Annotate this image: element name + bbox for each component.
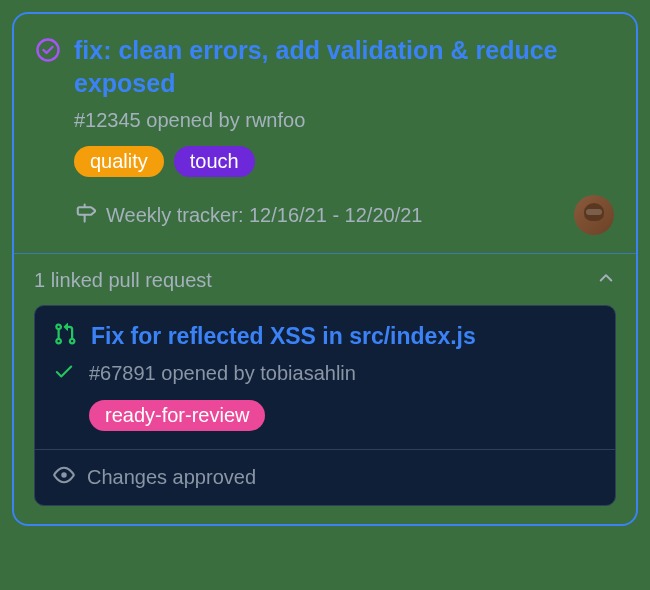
pr-body: Fix for reflected XSS in src/index.js #6…	[35, 306, 615, 449]
check-icon	[53, 360, 75, 386]
issue-card: fix: clean errors, add validation & redu…	[12, 12, 638, 526]
pr-footer: Changes approved	[35, 449, 615, 505]
issue-section: fix: clean errors, add validation & redu…	[14, 14, 636, 253]
pr-title[interactable]: Fix for reflected XSS in src/index.js	[91, 323, 476, 350]
pr-labels: ready-for-review	[89, 400, 597, 431]
linked-section: 1 linked pull request Fix for reflected …	[14, 254, 636, 524]
chevron-up-icon	[596, 268, 616, 293]
label-ready-for-review[interactable]: ready-for-review	[89, 400, 265, 431]
linked-prs-toggle[interactable]: 1 linked pull request	[34, 268, 616, 305]
pr-card: Fix for reflected XSS in src/index.js #6…	[34, 305, 616, 506]
issue-labels: quality touch	[74, 146, 614, 177]
pr-meta: #67891 opened by tobiasahlin	[89, 362, 356, 385]
pr-review-status: Changes approved	[87, 466, 256, 489]
milestone-icon	[74, 202, 96, 229]
label-quality[interactable]: quality	[74, 146, 164, 177]
milestone-row: Weekly tracker: 12/16/21 - 12/20/21	[74, 195, 614, 235]
milestone[interactable]: Weekly tracker: 12/16/21 - 12/20/21	[74, 202, 422, 229]
pr-header: Fix for reflected XSS in src/index.js	[53, 322, 597, 350]
avatar[interactable]	[574, 195, 614, 235]
milestone-text: Weekly tracker: 12/16/21 - 12/20/21	[106, 204, 422, 227]
divider	[14, 253, 636, 254]
issue-header: fix: clean errors, add validation & redu…	[36, 34, 614, 99]
linked-header-text: 1 linked pull request	[34, 269, 212, 292]
issue-title[interactable]: fix: clean errors, add validation & redu…	[74, 34, 614, 99]
issue-open-icon	[36, 38, 60, 66]
label-touch[interactable]: touch	[174, 146, 255, 177]
issue-meta: #12345 opened by rwnfoo	[74, 109, 614, 132]
pr-meta-row: #67891 opened by tobiasahlin	[53, 360, 597, 386]
eye-icon	[53, 464, 75, 491]
git-pull-request-icon	[53, 322, 77, 350]
issue-title-wrap: fix: clean errors, add validation & redu…	[74, 34, 614, 99]
issue-body: #12345 opened by rwnfoo quality touch We…	[74, 109, 614, 235]
